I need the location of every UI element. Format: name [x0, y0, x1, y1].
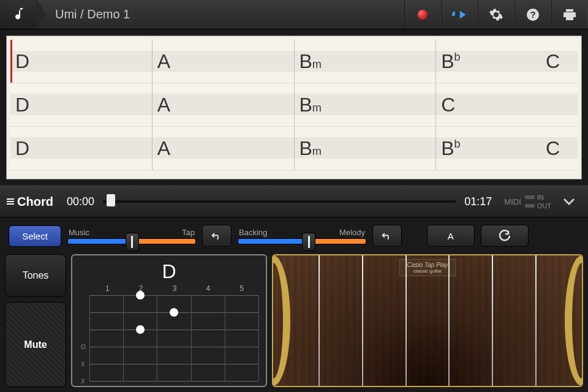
fretboard-chord-name: D [80, 260, 258, 283]
chord-cell[interactable]: Bm [294, 83, 436, 126]
home-button[interactable] [0, 0, 37, 29]
chord-row: DABmBbC [10, 40, 578, 83]
chord-row: DABmC [10, 83, 578, 127]
top-bar: Umi / Demo 1 ? [0, 0, 588, 29]
mode-selector[interactable]: Chord [6, 195, 53, 209]
chord-cell[interactable]: Bm [294, 40, 436, 83]
chord-cell[interactable]: BbC [435, 127, 578, 170]
chord-cell[interactable]: D [10, 127, 152, 170]
control-row: Select MusicTap BackingMelody A [0, 217, 588, 254]
play-icon [452, 9, 467, 21]
chord-cell[interactable]: C [435, 83, 578, 126]
settings-button[interactable] [478, 0, 514, 29]
chord-cell[interactable]: Bm [294, 127, 436, 170]
mute-button[interactable]: Mute [5, 302, 66, 387]
midi-status[interactable]: MIDI IN OUT [504, 194, 551, 209]
backing-melody-slider[interactable]: BackingMelody [238, 228, 366, 244]
timeline-track[interactable] [103, 200, 456, 203]
chord-label: Bm [300, 50, 321, 73]
fret-dot [136, 325, 145, 334]
side-buttons: Tones Mute [5, 254, 66, 387]
chord-cell[interactable]: A [152, 40, 294, 83]
chord-label: Bb [441, 137, 459, 160]
undo-button-2[interactable] [372, 225, 402, 247]
chord-label: C [546, 50, 559, 73]
song-title: Umi / Demo 1 [55, 7, 404, 21]
slider-thumb[interactable] [302, 233, 315, 251]
guitar-string[interactable] [362, 255, 363, 386]
chord-cell[interactable]: D [10, 40, 152, 83]
slider-left-label: Backing [239, 228, 267, 237]
slider-right-label: Tap [182, 228, 195, 237]
chord-label: Bm [300, 94, 321, 116]
chord-cell[interactable]: BbC [435, 40, 578, 83]
timeline-thumb[interactable] [107, 194, 115, 206]
chord-label: A [157, 94, 170, 116]
help-button[interactable]: ? [514, 0, 551, 29]
select-button[interactable]: Select [9, 225, 61, 247]
slider-right-label: Melody [339, 228, 365, 237]
chord-label: C [546, 137, 559, 160]
record-button[interactable] [404, 0, 441, 29]
chord-label: D [15, 50, 29, 73]
string-marker: O [81, 344, 86, 350]
chord-label: D [15, 94, 29, 116]
record-icon [418, 10, 428, 20]
guitar-string[interactable] [535, 255, 537, 386]
midi-io: IN OUT [525, 194, 551, 209]
music-tap-slider[interactable]: MusicTap [67, 228, 196, 244]
fretboard-grid: OXX [89, 295, 258, 381]
guitar-string[interactable] [448, 255, 450, 386]
chord-cell[interactable]: A [152, 127, 294, 170]
undo-icon [211, 230, 222, 241]
guitar-string[interactable] [492, 255, 493, 386]
chord-label: A [157, 137, 170, 160]
chord-row: DABmBbC [10, 127, 578, 170]
chord-cell[interactable]: A [152, 83, 294, 126]
chord-label: Bm [300, 137, 321, 160]
print-icon [562, 7, 577, 22]
tones-button[interactable]: Tones [5, 254, 66, 297]
note-icon [13, 7, 24, 23]
transport-bar: Chord 00:00 01:17 MIDI IN OUT [0, 186, 588, 217]
fret-dot [136, 291, 145, 300]
play-button[interactable] [441, 0, 478, 29]
key-button[interactable]: A [427, 225, 475, 247]
guitar-strings[interactable] [273, 255, 582, 386]
chevron-down-icon [563, 198, 575, 205]
gear-icon [489, 7, 503, 22]
undo-button-1[interactable] [202, 225, 232, 247]
fret-numbers: 12345 [89, 284, 258, 293]
help-icon: ? [526, 7, 540, 22]
chord-label: Bb [441, 50, 459, 73]
bottom-area: Tones Mute D 12345 OXX Casio Tap Play cl… [0, 254, 588, 392]
chord-grid[interactable]: DABmBbCDABmCDABmBbC [6, 36, 582, 179]
undo-icon [382, 230, 393, 241]
chord-cell[interactable]: D [10, 83, 152, 126]
mode-label: Chord [17, 195, 53, 209]
midi-label: MIDI [504, 197, 521, 206]
guitar-string[interactable] [318, 255, 320, 386]
chord-label: D [15, 137, 29, 160]
menu-icon [6, 197, 15, 206]
fret-dot [170, 308, 178, 317]
chord-label: A [157, 50, 170, 73]
svg-text:?: ? [530, 9, 535, 20]
guitar-string[interactable] [405, 255, 407, 386]
slider-thumb[interactable] [126, 233, 139, 251]
chord-label: C [441, 94, 454, 116]
chord-diagram[interactable]: D 12345 OXX [71, 254, 267, 387]
string-marker: X [81, 378, 85, 385]
refresh-icon [499, 230, 511, 242]
time-total: 01:17 [464, 195, 492, 208]
slider-left-label: Music [69, 228, 89, 237]
expand-button[interactable] [556, 198, 582, 205]
print-button[interactable] [551, 0, 588, 29]
time-current: 00:00 [67, 195, 94, 208]
string-marker: X [81, 361, 85, 368]
refresh-button[interactable] [481, 225, 529, 247]
guitar-view[interactable]: Casio Tap Play classic guitar [272, 254, 583, 387]
